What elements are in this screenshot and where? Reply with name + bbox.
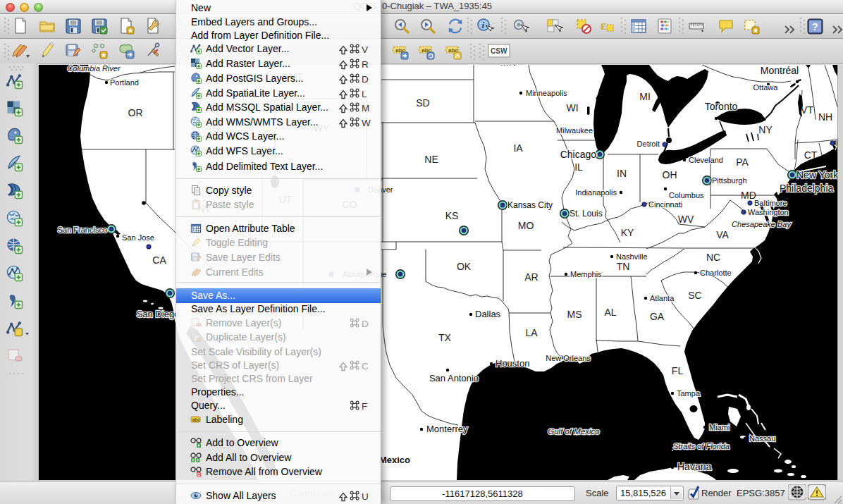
svg-text:AL: AL [604, 307, 616, 318]
svg-text:Toronto: Toronto [705, 101, 738, 112]
svg-text:MI: MI [639, 91, 651, 102]
svg-text:IL: IL [574, 161, 583, 173]
svg-text:Mexico: Mexico [379, 455, 410, 465]
svg-text:Gulf of Mexico: Gulf of Mexico [548, 427, 600, 436]
svg-text:Washington: Washington [748, 208, 789, 216]
svg-text:PA: PA [736, 156, 749, 168]
svg-text:Indianapolis: Indianapolis [575, 188, 617, 197]
svg-text:CSW: CSW [491, 47, 507, 55]
svg-text:Monterrey: Monterrey [426, 424, 468, 434]
svg-text:NC: NC [706, 252, 720, 263]
svg-text:IN: IN [617, 168, 627, 179]
svg-text:St. Louis: St. Louis [570, 209, 603, 219]
svg-text:SD: SD [416, 97, 429, 109]
svg-text:FL: FL [672, 365, 684, 376]
svg-text:VA: VA [716, 229, 729, 240]
svg-text:San Jose: San Jose [122, 233, 154, 242]
svg-text:MS: MS [567, 309, 582, 320]
svg-text:WI: WI [566, 102, 578, 113]
svg-text:Baltimore: Baltimore [754, 199, 787, 207]
svg-text:San Diego: San Diego [137, 309, 180, 319]
svg-text:Columbus: Columbus [669, 191, 704, 199]
svg-text:U: U [362, 491, 369, 502]
svg-text:Chesapeake Bay: Chesapeake Bay [732, 220, 792, 228]
svg-text:i: i [482, 20, 485, 30]
svg-text:CT: CT [804, 149, 818, 161]
svg-text:F: F [362, 401, 367, 412]
svg-text:Columbia River: Columbia River [67, 65, 121, 73]
svg-text:Cincinnati: Cincinnati [648, 200, 682, 209]
svg-text:New York: New York [796, 169, 837, 180]
svg-text:KY: KY [621, 227, 634, 238]
svg-text:KS: KS [445, 210, 459, 221]
svg-text:IA: IA [513, 142, 523, 154]
svg-text:AR: AR [524, 271, 538, 283]
svg-text:Nassau: Nassau [749, 434, 775, 443]
svg-text:W: W [362, 118, 371, 128]
svg-text:Ottawa: Ottawa [753, 83, 779, 92]
svg-text:Atlanta: Atlanta [650, 294, 675, 302]
svg-text:NH: NH [818, 111, 832, 123]
svg-text:SC: SC [688, 290, 701, 301]
svg-text:Minneapolis: Minneapolis [526, 89, 567, 97]
svg-text:Miami: Miami [709, 423, 730, 431]
svg-text:Memphis: Memphis [570, 270, 602, 278]
svg-text:Nashville: Nashville [616, 252, 648, 261]
svg-text:Philadelphia: Philadelphia [780, 183, 833, 194]
svg-text:Houston: Houston [496, 358, 529, 369]
svg-text:NE: NE [424, 154, 438, 165]
svg-text:Pittsburgh: Pittsburgh [712, 176, 747, 185]
svg-text:OK: OK [457, 261, 472, 272]
svg-text:MN: MN [500, 65, 516, 68]
svg-text:OH: OH [663, 169, 677, 180]
svg-text:R: R [362, 59, 369, 70]
svg-text:WV: WV [678, 214, 694, 225]
svg-text:VT: VT [801, 104, 813, 116]
svg-text:M: M [362, 103, 369, 113]
svg-text:Cleveland: Cleveland [689, 156, 723, 164]
svg-text:Straits of Florida: Straits of Florida [673, 442, 730, 450]
svg-text:Chicago: Chicago [560, 149, 597, 160]
svg-text:V: V [362, 44, 368, 55]
svg-text:Kansas City: Kansas City [507, 200, 553, 210]
svg-text:C: C [362, 361, 369, 371]
svg-text:?: ? [812, 21, 818, 32]
svg-text:San Francisco: San Francisco [58, 226, 107, 234]
svg-text:TN: TN [617, 261, 630, 272]
svg-text:abc: abc [192, 417, 201, 422]
svg-text:ε: ε [601, 18, 606, 32]
svg-text:Montréal: Montréal [761, 65, 799, 76]
svg-text:NY: NY [758, 124, 773, 135]
svg-text:Portland: Portland [110, 78, 139, 87]
svg-text:LA: LA [525, 327, 538, 338]
svg-text:New Orleans: New Orleans [546, 354, 591, 362]
svg-text:San Antonio: San Antonio [429, 373, 479, 383]
svg-text:L: L [362, 89, 367, 99]
svg-text:GA: GA [650, 311, 665, 322]
svg-text:OR: OR [128, 107, 143, 118]
svg-text:Havana: Havana [677, 461, 711, 472]
svg-text:D: D [362, 319, 369, 329]
svg-text:Tampa: Tampa [677, 389, 701, 398]
svg-text:Milwaukee: Milwaukee [556, 126, 593, 135]
svg-text:TX: TX [438, 332, 452, 343]
svg-text:MO: MO [518, 220, 534, 231]
svg-text:D: D [362, 74, 369, 85]
svg-text:Charlotte: Charlotte [700, 269, 732, 277]
svg-text:CA: CA [152, 254, 166, 266]
svg-text:Dallas: Dallas [475, 309, 501, 319]
svg-text:Detroit: Detroit [637, 140, 660, 148]
